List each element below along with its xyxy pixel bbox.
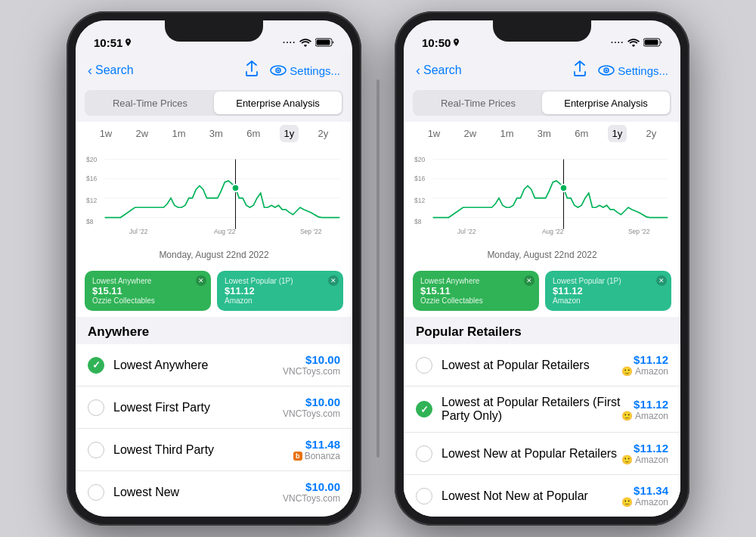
time-3m-1[interactable]: 3m — [205, 125, 228, 142]
enterprise-tab-1[interactable]: Enterprise Analysis — [214, 92, 342, 114]
back-button-1[interactable]: ‹ Search — [88, 63, 134, 79]
item-store-1-3: VNCToys.com — [283, 493, 340, 504]
nav-actions-2: Settings... — [572, 61, 668, 81]
badge-popular-1: Lowest Popular (1P) $11.12 Amazon ✕ — [217, 271, 343, 311]
nav-bar-2: ‹ Search Settin — [404, 54, 680, 87]
item-right-1-1: $10.00 VNCToys.com — [283, 396, 340, 419]
time-1m-1[interactable]: 1m — [167, 125, 190, 142]
item-store-2-2: 🙂 Amazon — [621, 455, 668, 465]
badge-popular-2: Lowest Popular (1P) $11.12 Amazon ✕ — [545, 271, 671, 311]
battery-icon-1 — [315, 38, 334, 47]
badge-close-2a[interactable]: ✕ — [524, 275, 534, 286]
settings-button-2[interactable]: Settings... — [598, 64, 668, 77]
time-1w-1[interactable]: 1w — [95, 125, 117, 142]
badge-price-1a: $15.11 — [92, 285, 203, 296]
badge-label-1b: Lowest Popular (1P) — [225, 277, 336, 285]
badge-close-2b[interactable]: ✕ — [656, 275, 667, 286]
list-item-1-0: ✓ Lowest Anywhere $10.00 VNCToys.com — [76, 344, 352, 386]
radio-3-2[interactable] — [416, 488, 432, 504]
time-2y-2[interactable]: 2y — [642, 125, 662, 142]
radio-1-2[interactable]: ✓ — [416, 401, 432, 417]
real-time-tab-1[interactable]: Real-Time Prices — [86, 92, 214, 114]
time-1w-2[interactable]: 1w — [423, 125, 445, 142]
svg-text:Aug '22: Aug '22 — [542, 228, 564, 235]
item-price-1-3: $10.00 — [283, 480, 340, 493]
item-label-2-1: Lowest at Popular Retailers (First Party… — [442, 396, 621, 423]
item-store-1-2: b Bonanza — [293, 451, 340, 461]
item-price-1-2: $11.48 — [293, 438, 340, 451]
chart-area-2: $20 $16 $12 $8 Jul '22 Aug '22 Sep '22 — [404, 145, 680, 248]
amazon-smile-icon-1: 🙂 — [621, 411, 633, 421]
back-chevron-2: ‹ — [416, 63, 420, 79]
radio-2-2[interactable] — [416, 445, 432, 462]
time-1m-2[interactable]: 1m — [495, 125, 518, 142]
time-2w-2[interactable]: 2w — [460, 125, 482, 142]
notch-2 — [493, 20, 591, 42]
svg-text:Sep '22: Sep '22 — [628, 228, 650, 235]
item-price-2-1: $11.12 — [621, 398, 668, 411]
time-6m-2[interactable]: 6m — [570, 125, 593, 142]
radio-3-1[interactable] — [88, 484, 104, 501]
list-item-2-3: Lowest Not New at Popular $11.34 🙂 Amazo… — [404, 475, 680, 517]
settings-button-1[interactable]: Settings... — [270, 64, 340, 77]
badge-label-2a: Lowest Anywhere — [420, 277, 531, 285]
svg-text:Jul '22: Jul '22 — [457, 228, 476, 235]
time-3m-2[interactable]: 3m — [533, 125, 556, 142]
item-label-1-2: Lowest Third Party — [113, 443, 293, 457]
radio-0-2[interactable] — [416, 357, 432, 374]
chart-area-1: $20 $16 $12 $8 Jul '22 — [76, 145, 352, 248]
phone-1: 10:51 ···· — [67, 11, 361, 526]
status-icons-1: ···· — [282, 36, 334, 49]
time-6m-1[interactable]: 6m — [242, 125, 265, 142]
item-label-1-1: Lowest First Party — [113, 401, 283, 414]
item-right-1-0: $10.00 VNCToys.com — [283, 353, 340, 377]
radio-0-1[interactable]: ✓ — [88, 357, 104, 374]
price-badges-2: Lowest Anywhere $15.11 Ozzie Collectable… — [404, 265, 680, 317]
real-time-tab-2[interactable]: Real-Time Prices — [414, 92, 542, 114]
item-right-2-3: $11.34 🙂 Amazon — [621, 484, 668, 508]
time-range-2: 1w 2w 1m 3m 6m 1y 2y — [404, 122, 680, 145]
item-label-1-0: Lowest Anywhere — [113, 359, 283, 372]
list-item-1-1: Lowest First Party $10.00 VNCToys.com — [76, 386, 352, 429]
list-container-1: ✓ Lowest Anywhere $10.00 VNCToys.com Low… — [76, 344, 352, 517]
badge-close-1a[interactable]: ✕ — [196, 275, 206, 286]
phones-container: 10:51 ···· — [67, 11, 689, 526]
item-right-2-2: $11.12 🙂 Amazon — [621, 442, 668, 465]
svg-text:Jul '22: Jul '22 — [129, 228, 148, 235]
svg-text:$8: $8 — [414, 218, 422, 225]
radio-2-1[interactable] — [88, 442, 104, 458]
list-item-1-2: Lowest Third Party $11.48 b Bonanza — [76, 429, 352, 471]
badge-store-1b: Amazon — [225, 296, 336, 305]
phone-2-screen: 10:50 ···· — [404, 20, 680, 517]
share-button-2[interactable] — [572, 61, 587, 81]
item-store-2-0: 🙂 Amazon — [621, 366, 668, 377]
item-right-2-1: $11.12 🙂 Amazon — [621, 398, 668, 421]
phone-2: 10:50 ···· — [395, 11, 689, 526]
badge-close-1b[interactable]: ✕ — [328, 275, 339, 286]
badge-store-2a: Ozzie Collectables — [420, 296, 531, 305]
item-label-2-2: Lowest New at Popular Retailers — [442, 447, 621, 461]
radio-1-1[interactable] — [88, 399, 104, 416]
share-icon-1 — [244, 61, 259, 77]
price-chart-1: $20 $16 $12 $8 Jul '22 — [85, 151, 343, 242]
amazon-smile-icon-2: 🙂 — [621, 455, 633, 465]
enterprise-tab-2[interactable]: Enterprise Analysis — [542, 92, 670, 114]
time-2w-1[interactable]: 2w — [132, 125, 153, 142]
item-price-2-3: $11.34 — [621, 484, 668, 497]
time-2y-1[interactable]: 2y — [314, 125, 333, 142]
share-button-1[interactable] — [244, 61, 259, 81]
time-1y-1[interactable]: 1y — [280, 125, 299, 142]
section-title-2: Popular Retailers — [404, 317, 680, 344]
item-store-2-3: 🙂 Amazon — [621, 497, 668, 508]
item-right-1-3: $10.00 VNCToys.com — [283, 480, 340, 504]
badge-lowest-2: Lowest Anywhere $15.11 Ozzie Collectable… — [413, 271, 539, 311]
time-1y-2[interactable]: 1y — [608, 125, 627, 142]
section-title-1: Anywhere — [76, 317, 352, 344]
svg-text:Aug '22: Aug '22 — [214, 228, 236, 235]
item-price-2-2: $11.12 — [621, 442, 668, 455]
wifi-icon-1 — [299, 38, 311, 47]
wifi-icon-2 — [627, 38, 640, 47]
settings-label-2: Settings... — [618, 64, 668, 77]
list-item-2-1: ✓ Lowest at Popular Retailers (First Par… — [404, 386, 680, 433]
back-button-2[interactable]: ‹ Search — [416, 63, 462, 79]
